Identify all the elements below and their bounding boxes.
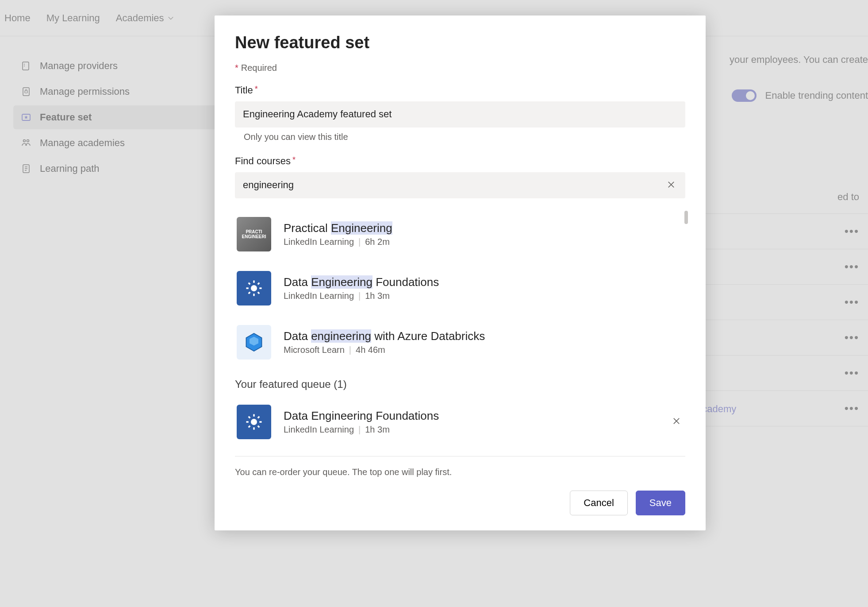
clear-search-button[interactable] <box>667 180 676 191</box>
close-icon <box>667 180 676 189</box>
course-thumbnail <box>237 325 271 360</box>
scrollbar-thumb[interactable] <box>684 211 688 224</box>
required-note: *Required <box>235 63 685 73</box>
course-thumbnail <box>237 271 271 305</box>
reorder-note: You can re-order your queue. The top one… <box>235 467 685 477</box>
search-result-item[interactable]: PRACTI ENGINEERI Practical Engineering L… <box>235 207 681 261</box>
title-input[interactable] <box>235 101 685 128</box>
new-featured-set-modal: New featured set *Required Title* Only y… <box>215 15 706 530</box>
course-thumbnail: PRACTI ENGINEERI <box>237 217 271 251</box>
course-meta: Microsoft Learn|4h 46m <box>284 345 485 355</box>
course-thumbnail <box>237 405 271 439</box>
title-hint: Only you can view this title <box>244 132 685 142</box>
divider <box>235 456 685 456</box>
hexagon-stack-icon <box>243 331 265 353</box>
gear-icon <box>245 413 263 431</box>
required-star-icon: * <box>235 63 238 73</box>
course-meta: LinkedIn Learning|1h 3m <box>284 291 439 301</box>
modal-title: New featured set <box>235 33 685 52</box>
svg-point-12 <box>251 419 257 425</box>
svg-point-9 <box>251 285 257 291</box>
course-title: Data Engineering Foundations <box>284 409 439 423</box>
search-results: PRACTI ENGINEERI Practical Engineering L… <box>235 207 685 369</box>
search-result-item[interactable]: Data engineering with Azure Databricks M… <box>235 315 681 369</box>
required-star-icon: * <box>292 155 296 164</box>
course-title: Data engineering with Azure Databricks <box>284 329 485 343</box>
queue-item[interactable]: Data Engineering Foundations LinkedIn Le… <box>235 395 685 449</box>
course-title: Data Engineering Foundations <box>284 275 439 289</box>
course-meta: LinkedIn Learning|6h 2m <box>284 237 392 247</box>
cancel-button[interactable]: Cancel <box>570 491 627 515</box>
find-courses-input[interactable] <box>235 172 685 198</box>
required-star-icon: * <box>255 85 258 93</box>
close-icon <box>672 417 681 425</box>
course-title: Practical Engineering <box>284 221 392 235</box>
search-result-item[interactable]: Data Engineering Foundations LinkedIn Le… <box>235 261 681 315</box>
remove-queue-item-button[interactable] <box>672 417 681 427</box>
course-meta: LinkedIn Learning|1h 3m <box>284 425 439 435</box>
find-courses-label: Find courses* <box>235 155 298 167</box>
save-button[interactable]: Save <box>636 491 685 515</box>
title-label: Title* <box>235 85 261 96</box>
queue-heading: Your featured queue (1) <box>235 378 685 390</box>
gear-icon <box>245 279 263 298</box>
